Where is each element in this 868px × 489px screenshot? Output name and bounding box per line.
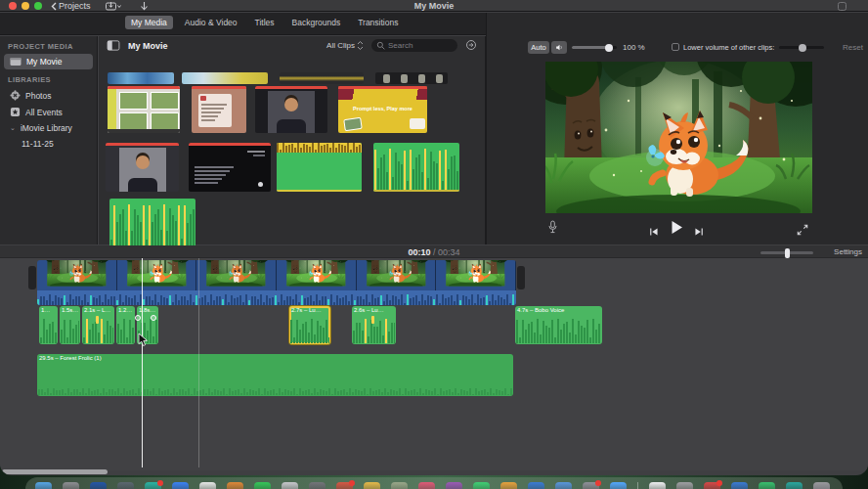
dock-app-icon[interactable] (759, 482, 775, 489)
dock-app-icon[interactable] (90, 482, 107, 489)
dock-app-icon[interactable] (282, 482, 298, 489)
used-range-indicator (108, 86, 180, 89)
dock-app-icon[interactable] (704, 482, 720, 489)
dock-app-icon[interactable] (473, 482, 490, 489)
playhead[interactable] (142, 258, 143, 467)
browser-clip-document[interactable] (192, 86, 246, 133)
timeline-settings-button[interactable]: Settings (834, 247, 862, 256)
dock-app-icon[interactable] (227, 482, 243, 489)
fade-handle[interactable] (151, 315, 156, 321)
dock-app-icon[interactable] (145, 482, 161, 489)
dock-app-icon[interactable] (676, 482, 693, 489)
fullscreen-icon[interactable] (797, 222, 808, 240)
dock-app-icon[interactable] (500, 482, 517, 489)
browser-clip-strip-c[interactable] (280, 72, 364, 84)
timeline-audio-clip[interactable]: 1.2… (116, 306, 135, 344)
browser-clip-webcam[interactable] (106, 143, 179, 192)
tab-titles[interactable]: Titles (249, 16, 281, 29)
volume-slider[interactable] (572, 46, 617, 49)
browser-clip-waveform[interactable] (109, 199, 195, 247)
dock-app-icon[interactable] (583, 482, 599, 489)
tab-audio-video[interactable]: Audio & Video (179, 16, 243, 29)
dock-app-icon[interactable] (199, 482, 216, 489)
timeline-audio-clip[interactable]: 1… (39, 306, 58, 344)
dock-app-icon[interactable] (254, 482, 271, 489)
dock-app-icon[interactable] (35, 482, 52, 489)
timeline-audio-clip[interactable]: 4.7s – Bobo Voice (515, 306, 602, 344)
dock-app-icon[interactable] (364, 482, 380, 489)
audio-clip-label: 1… (39, 306, 58, 314)
timeline-audio-clip[interactable]: 2.6s – Lu… (352, 306, 396, 344)
audio-clip-label: 1.8s… (137, 306, 158, 314)
time-separator: / (433, 247, 436, 257)
dock-app-icon[interactable] (610, 482, 627, 489)
sidebar-item-imovie-library[interactable]: ⌄iMovie Library (4, 120, 93, 136)
dock-app-icon[interactable] (446, 482, 462, 489)
volume-percent: 100 % (623, 43, 645, 52)
lower-volume-checkbox[interactable] (672, 43, 679, 51)
record-voiceover-icon[interactable] (547, 220, 558, 239)
dock-app-icon[interactable] (786, 482, 803, 489)
browser-clip-terminal[interactable] (189, 143, 271, 192)
tab-my-media[interactable]: My Media (125, 16, 173, 29)
sidebar-item-all-events[interactable]: All Events (4, 104, 93, 120)
previous-frame-button[interactable] (649, 223, 659, 241)
transport-controls (487, 217, 868, 243)
audio-clip-label: 2.6s – Lu… (352, 306, 396, 314)
browser-clip-webcam-dark[interactable] (255, 86, 327, 133)
browser-clip-green-top[interactable] (277, 143, 362, 192)
timeline-audio-clip[interactable]: 1.5s… (60, 306, 80, 344)
volume-controls: Auto 100 % Lower volume of other clips: … (487, 39, 868, 57)
mute-button[interactable] (551, 41, 567, 54)
sidebar-item-my-movie[interactable]: My Movie (4, 54, 93, 69)
used-range-indicator (192, 86, 246, 89)
dock-app-icon[interactable] (555, 482, 572, 489)
auto-volume-button[interactable]: Auto (528, 41, 549, 54)
next-frame-button[interactable] (694, 223, 704, 241)
tab-transitions[interactable]: Transitions (352, 16, 404, 29)
browser-clip-waveform[interactable] (373, 143, 459, 192)
browser-clip-promo[interactable]: Prompt less, Play more (338, 86, 427, 133)
audio-clip-label: 4.7s – Bobo Voice (515, 306, 602, 314)
sidebar-item-label: Photos (25, 91, 51, 101)
dock-app-icon[interactable] (309, 482, 326, 489)
window-title: My Movie (0, 1, 868, 11)
timeline-horizontal-scrollbar[interactable] (2, 469, 108, 474)
browser-clip-strip-d[interactable] (375, 72, 448, 84)
time-total: 00:34 (438, 247, 460, 257)
dock-app-icon[interactable] (172, 482, 189, 489)
dock-app-icon[interactable] (731, 482, 748, 489)
browser-clip-strip-b[interactable] (182, 72, 268, 84)
photos-icon (10, 90, 21, 101)
dock-app-icon[interactable] (528, 482, 544, 489)
timeline-audio-clip[interactable]: 2.7s – Lu… (289, 306, 330, 344)
browser-clip-strip-a[interactable] (108, 72, 174, 84)
used-range-indicator (106, 143, 179, 146)
fade-handle[interactable] (135, 315, 141, 321)
dock-app-icon[interactable] (336, 482, 353, 489)
dock-app-icon[interactable] (418, 482, 435, 489)
sidebar-item-photos[interactable]: Photos (4, 87, 93, 104)
browser-clip-screen-grid[interactable] (108, 86, 180, 133)
chevron-down-icon[interactable]: ⌄ (10, 124, 16, 132)
timeline-music-clip[interactable]: 29.5s – Forest Frolic (1) (37, 354, 513, 396)
timeline-zoom-slider[interactable] (760, 251, 813, 254)
reset-button[interactable]: Reset (843, 43, 863, 52)
clip-edge-handle[interactable] (517, 266, 525, 289)
dock-app-icon[interactable] (649, 482, 666, 489)
sidebar-item-11-11-25[interactable]: 11-11-25 (4, 136, 93, 152)
tab-backgrounds[interactable]: Backgrounds (286, 16, 347, 29)
dock-app-icon[interactable] (63, 482, 79, 489)
timeline-audio-clip[interactable]: 2.1s – L… (82, 306, 114, 344)
clip-grid: Prompt less, Play more (99, 36, 486, 244)
dock-trash-icon[interactable] (813, 482, 830, 489)
timeline-video-clip[interactable] (37, 260, 516, 305)
skimmer-line (198, 258, 199, 467)
lower-volume-slider[interactable] (779, 46, 824, 49)
time-current: 00:10 (408, 247, 430, 257)
clip-edge-handle[interactable] (28, 266, 36, 289)
dock-app-icon[interactable] (391, 482, 408, 489)
play-button[interactable] (671, 220, 683, 239)
music-clip-label: 29.5s – Forest Frolic (1) (37, 354, 513, 362)
dock-app-icon[interactable] (117, 482, 134, 489)
